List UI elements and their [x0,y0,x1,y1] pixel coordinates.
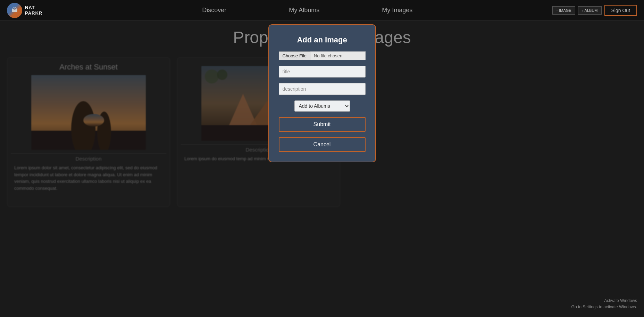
modal-overlay: Add an Image Choose File No file chosen … [0,21,644,214]
logo-area: 🏔 NAT PARKR [7,3,62,18]
nav-right: ↑ IMAGE ↑ ALBUM Sign Out [552,5,637,16]
file-input-row: Choose File No file chosen [279,51,366,60]
nav-links: Discover My Albums My Images [62,7,552,14]
nav-discover[interactable]: Discover [202,7,226,14]
modal-title: Add an Image [297,35,347,44]
nav-my-images[interactable]: My Images [382,7,412,14]
upload-image-button[interactable]: ↑ IMAGE [552,6,575,15]
submit-button[interactable]: Submit [279,117,366,132]
add-image-modal: Add an Image Choose File No file chosen … [268,24,376,162]
activate-windows-line1: Activate Windows [571,298,637,304]
activate-windows-line2: Go to Settings to activate Windows. [571,304,637,310]
no-file-label: No file chosen [310,51,366,60]
choose-file-button[interactable]: Choose File [279,51,310,60]
activate-windows-notice: Activate Windows Go to Settings to activ… [571,298,637,310]
page-content: PropancePrince Images Arches at Sunset [0,21,644,214]
upload-album-button[interactable]: ↑ ALBUM [578,6,602,15]
signout-button[interactable]: Sign Out [604,5,637,16]
navbar: 🏔 NAT PARKR Discover My Albums My Images… [0,0,644,21]
album-select[interactable]: Add to Albums [294,100,350,112]
description-input[interactable] [279,83,366,95]
logo-icon: 🏔 [7,3,22,18]
logo-text: NAT PARKR [25,5,42,16]
nav-my-albums[interactable]: My Albums [289,7,319,14]
cancel-button[interactable]: Cancel [279,137,366,152]
title-input[interactable] [279,66,366,78]
